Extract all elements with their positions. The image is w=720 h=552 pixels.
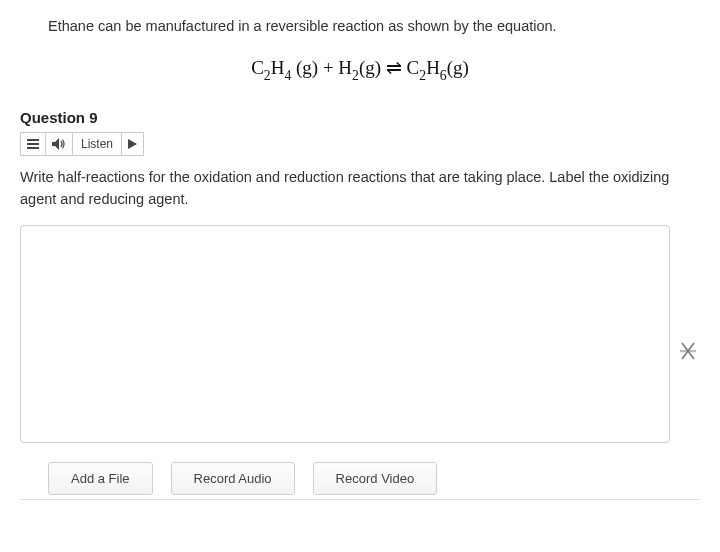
svg-rect-2 <box>27 147 39 149</box>
resize-handle-icon[interactable] <box>680 341 696 364</box>
intro-text: Ethane can be manufactured in a reversib… <box>0 0 720 34</box>
equilibrium-arrow: ⇌ <box>381 57 407 78</box>
svg-rect-1 <box>27 143 39 145</box>
menu-icon[interactable] <box>21 133 46 155</box>
add-file-button[interactable]: Add a File <box>48 462 153 495</box>
record-audio-button[interactable]: Record Audio <box>171 462 295 495</box>
speaker-icon[interactable] <box>46 133 73 155</box>
question-prompt: Write half-reactions for the oxidation a… <box>20 166 700 211</box>
equation: C2H4 (g) + H2(g) ⇌ C2H6(g) <box>0 34 720 109</box>
svg-marker-4 <box>128 139 137 149</box>
question-heading: Question 9 <box>20 109 700 126</box>
question-container: Question 9 Listen Write half-reactions f… <box>0 109 720 500</box>
svg-rect-0 <box>27 139 39 141</box>
listen-toolbar: Listen <box>20 132 144 156</box>
svg-marker-3 <box>52 138 59 150</box>
answer-textarea[interactable] <box>20 225 670 443</box>
product: C2H6(g) <box>407 57 469 78</box>
answer-area <box>20 225 700 446</box>
record-video-button[interactable]: Record Video <box>313 462 438 495</box>
plus-sign: + <box>318 57 338 78</box>
reactant-1: C2H4 (g) <box>251 57 318 78</box>
listen-label[interactable]: Listen <box>73 133 122 155</box>
reactant-2: H2(g) <box>338 57 381 78</box>
action-row: Add a File Record Audio Record Video <box>20 462 700 500</box>
play-icon[interactable] <box>122 133 143 155</box>
